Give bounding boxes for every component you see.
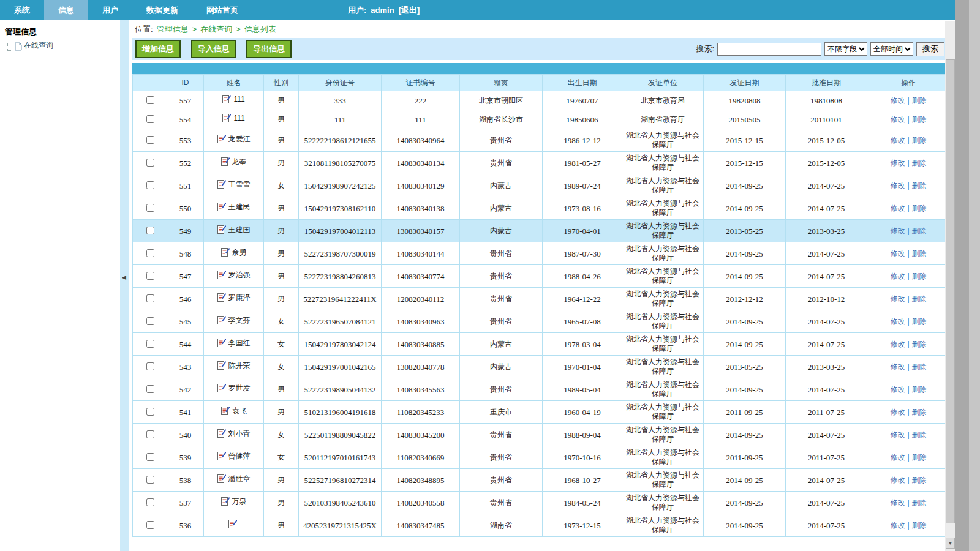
delete-link[interactable]: 删除 [912, 181, 927, 190]
action-separator: | [907, 453, 909, 462]
row-checkbox[interactable] [146, 317, 154, 325]
action-separator: | [907, 430, 909, 439]
row-checkbox[interactable] [146, 96, 154, 104]
cell-id: 539 [167, 446, 204, 469]
sidebar: 管理信息 在线查询 [0, 20, 120, 551]
delete-link[interactable]: 删除 [912, 249, 927, 258]
delete-link[interactable]: 删除 [912, 272, 927, 280]
row-checkbox[interactable] [146, 430, 154, 438]
delete-link[interactable]: 删除 [912, 362, 927, 371]
search-button[interactable]: 搜索 [916, 42, 944, 56]
edit-link[interactable]: 修改 [890, 96, 905, 105]
edit-link[interactable]: 修改 [890, 294, 905, 303]
delete-link[interactable]: 删除 [912, 317, 927, 326]
edit-link[interactable]: 修改 [890, 476, 905, 484]
cell-origin: 贵州省 [460, 492, 543, 514]
logout-link[interactable]: [退出] [399, 5, 420, 16]
cell-issue-date: 2013-05-25 [704, 356, 786, 378]
delete-link[interactable]: 删除 [912, 227, 927, 235]
delete-link[interactable]: 删除 [912, 340, 927, 348]
row-checkbox[interactable] [146, 498, 154, 506]
collapse-sidebar-arrow-icon[interactable]: ◀ [122, 274, 126, 280]
edit-link[interactable]: 修改 [890, 204, 905, 212]
nav-item-info[interactable]: 信息 [44, 0, 88, 20]
breadcrumb-link-online-query[interactable]: 在线查询 [200, 24, 232, 35]
row-checkbox[interactable] [146, 476, 154, 484]
edit-link[interactable]: 修改 [890, 227, 905, 235]
cell-id: 548 [167, 242, 204, 265]
export-info-button[interactable]: 导出信息 [246, 40, 292, 58]
search-input[interactable] [717, 43, 821, 56]
delete-link[interactable]: 删除 [912, 430, 927, 439]
row-checkbox[interactable] [146, 204, 154, 212]
delete-link[interactable]: 删除 [912, 115, 927, 124]
cell-issue-date: 2014-09-25 [704, 265, 786, 288]
row-checkbox[interactable] [146, 115, 154, 123]
sidebar-splitter[interactable]: ◀ [120, 20, 129, 551]
edit-link[interactable]: 修改 [890, 408, 905, 416]
row-checkbox[interactable] [146, 181, 154, 189]
cell-gender: 男 [264, 197, 299, 220]
table-body: 557111男333222北京市朝阳区19760707北京市教育局1982080… [133, 91, 950, 537]
cell-gender: 男 [264, 220, 299, 242]
delete-link[interactable]: 删除 [912, 294, 927, 303]
delete-link[interactable]: 删除 [912, 498, 927, 507]
cell-id-number: 150429197803042124 [299, 333, 382, 356]
field-select[interactable]: 不限字段 [824, 42, 867, 56]
row-checkbox[interactable] [146, 453, 154, 461]
row-checkbox[interactable] [146, 521, 154, 529]
record-name: 潘胜章 [228, 474, 251, 484]
scroll-down-button[interactable]: ▼ [946, 538, 955, 549]
edit-link[interactable]: 修改 [890, 115, 905, 124]
edit-link[interactable]: 修改 [890, 362, 905, 371]
time-select[interactable]: 全部时间 [870, 42, 913, 56]
edit-link[interactable]: 修改 [890, 430, 905, 439]
row-checkbox[interactable] [146, 272, 154, 280]
sort-by-id-link[interactable]: ID [182, 78, 189, 87]
cell-actions: 修改|删除 [867, 110, 950, 129]
delete-link[interactable]: 删除 [912, 453, 927, 462]
cell-origin: 贵州省 [460, 265, 543, 288]
cell-id-number: 522723198804260813 [299, 265, 382, 288]
nav-item-data-update[interactable]: 数据更新 [132, 0, 192, 20]
edit-link[interactable]: 修改 [890, 317, 905, 326]
nav-item-system[interactable]: 系统 [0, 0, 44, 20]
edit-link[interactable]: 修改 [890, 385, 905, 394]
row-checkbox[interactable] [146, 227, 154, 234]
row-checkbox[interactable] [146, 385, 154, 393]
delete-link[interactable]: 删除 [912, 385, 927, 394]
breadcrumb-link-info-list[interactable]: 信息列表 [244, 24, 276, 35]
row-checkbox[interactable] [146, 362, 154, 370]
edit-link[interactable]: 修改 [890, 521, 905, 530]
delete-link[interactable]: 删除 [912, 159, 927, 167]
edit-link[interactable]: 修改 [890, 159, 905, 167]
breadcrumb-link-manage-info[interactable]: 管理信息 [157, 24, 189, 35]
row-checkbox[interactable] [146, 340, 154, 348]
scrollbar-thumb[interactable] [946, 59, 955, 523]
edit-link[interactable]: 修改 [890, 498, 905, 507]
delete-link[interactable]: 删除 [912, 521, 927, 530]
edit-link[interactable]: 修改 [890, 181, 905, 190]
row-checkbox[interactable] [146, 159, 154, 167]
sidebar-item-online-query[interactable]: 在线查询 [7, 40, 115, 51]
row-checkbox[interactable] [146, 136, 154, 144]
vertical-scrollbar[interactable]: ▼ [945, 21, 956, 551]
row-checkbox[interactable] [146, 408, 154, 416]
import-info-button[interactable]: 导入信息 [191, 40, 236, 58]
delete-link[interactable]: 删除 [912, 204, 927, 212]
delete-link[interactable]: 删除 [912, 136, 927, 144]
cell-issue-date: 2014-09-25 [704, 424, 786, 446]
delete-link[interactable]: 删除 [912, 96, 927, 105]
nav-item-site-home[interactable]: 网站首页 [192, 0, 252, 20]
add-info-button[interactable]: 增加信息 [135, 40, 181, 58]
edit-link[interactable]: 修改 [890, 249, 905, 258]
edit-link[interactable]: 修改 [890, 340, 905, 348]
edit-link[interactable]: 修改 [890, 453, 905, 462]
row-checkbox[interactable] [146, 249, 154, 257]
delete-link[interactable]: 删除 [912, 408, 927, 416]
row-checkbox[interactable] [146, 294, 154, 302]
edit-link[interactable]: 修改 [890, 272, 905, 280]
edit-link[interactable]: 修改 [890, 136, 905, 144]
nav-item-users[interactable]: 用户 [88, 0, 132, 20]
delete-link[interactable]: 删除 [912, 476, 927, 484]
